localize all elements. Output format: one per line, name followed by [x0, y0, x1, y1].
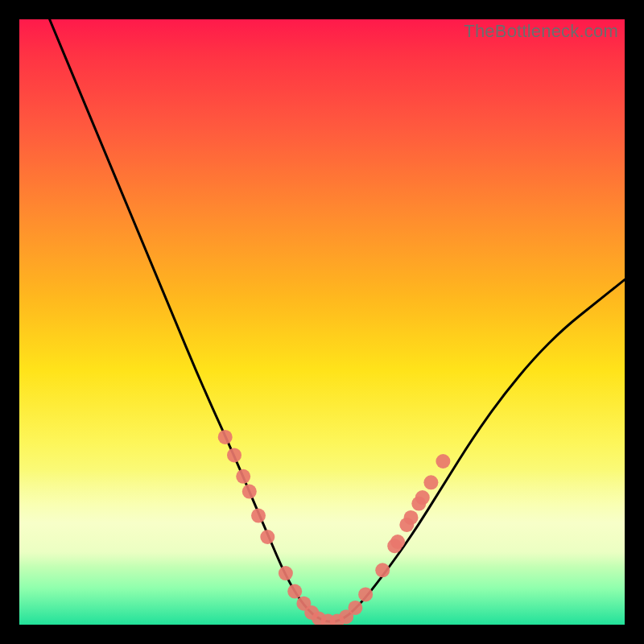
watermark-text: TheBottleneck.com	[464, 21, 618, 42]
marker-point	[227, 448, 242, 462]
bottleneck-plot	[19, 19, 625, 625]
marker-point	[287, 584, 302, 599]
chart-frame: TheBottleneck.com	[19, 19, 625, 625]
marker-point	[436, 454, 450, 469]
marker-point	[375, 563, 390, 577]
marker-point	[423, 475, 438, 489]
marker-point	[404, 510, 419, 525]
marker-point	[260, 530, 275, 544]
bottleneck-curve	[50, 19, 625, 621]
marker-point	[242, 485, 257, 499]
marker-point	[358, 587, 373, 601]
marker-point	[218, 430, 233, 444]
marker-point	[348, 601, 362, 615]
marker-point	[236, 469, 250, 484]
marker-point	[251, 509, 266, 523]
marker-point	[415, 490, 430, 505]
marker-point	[279, 566, 293, 580]
marker-point	[390, 535, 405, 549]
